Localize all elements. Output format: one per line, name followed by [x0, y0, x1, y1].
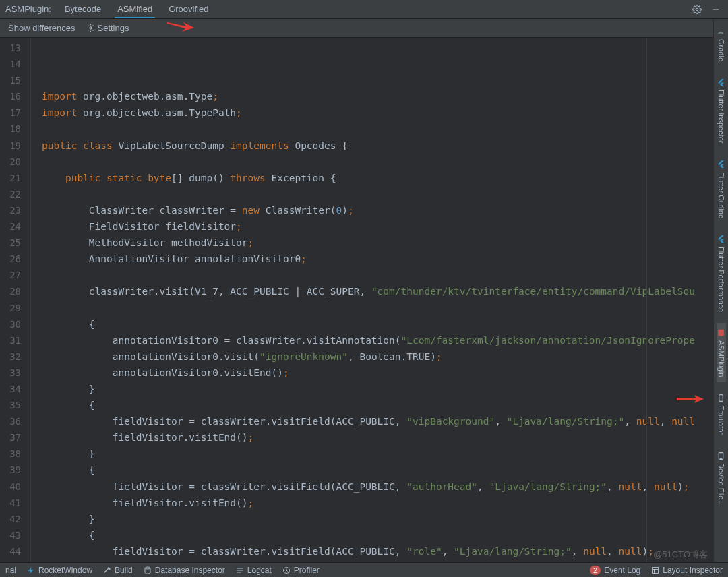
- code-line[interactable]: }: [42, 381, 728, 397]
- code-line[interactable]: {: [42, 397, 728, 413]
- code-content[interactable]: import org.objectweb.asm.Type;import org…: [31, 38, 728, 562]
- line-number: 37: [0, 429, 30, 446]
- code-line[interactable]: import org.objectweb.asm.Type;: [42, 88, 728, 104]
- line-number: 32: [0, 348, 30, 365]
- code-line[interactable]: annotationVisitor0.visit("ignoreUnknown"…: [42, 348, 728, 365]
- emulator-icon: [717, 393, 726, 402]
- right-margin-line: [646, 38, 647, 562]
- tab-bytecode[interactable]: Bytecode: [57, 0, 109, 18]
- line-number: 13: [0, 40, 30, 56]
- line-number-gutter: 1314151617181920212223242526272829303132…: [0, 38, 31, 562]
- code-editor[interactable]: 1314151617181920212223242526272829303132…: [0, 38, 728, 562]
- line-number: 42: [0, 511, 30, 527]
- code-line[interactable]: annotationVisitor0 = classWriter.visitAn…: [42, 332, 728, 348]
- svg-rect-12: [653, 567, 659, 573]
- svg-point-2: [89, 27, 91, 29]
- code-line[interactable]: annotationVisitor0.visitEnd();: [42, 365, 728, 381]
- code-line[interactable]: }: [42, 511, 728, 527]
- code-line[interactable]: import org.objectweb.asm.TypePath;: [42, 104, 728, 121]
- code-line[interactable]: public class VipLabelSourceDump implemen…: [42, 138, 728, 154]
- code-line[interactable]: fieldVisitor.visitEnd();: [42, 429, 728, 446]
- event-log-badge: 2: [590, 566, 601, 575]
- settings-button[interactable]: Settings: [86, 23, 129, 33]
- code-line[interactable]: [42, 267, 728, 283]
- line-number: 20: [0, 154, 30, 170]
- status-logcat[interactable]: Logcat: [236, 566, 272, 575]
- hammer-icon: [103, 566, 111, 574]
- line-number: 44: [0, 543, 30, 559]
- line-number: 43: [0, 527, 30, 543]
- line-number: 15: [0, 72, 30, 88]
- code-line[interactable]: {: [42, 316, 728, 332]
- line-number: 33: [0, 365, 30, 381]
- gradle-icon: [717, 27, 726, 36]
- right-tab-flutter-performance[interactable]: Flutter Performance: [717, 229, 726, 317]
- status-bar: nal RocketWindow Build Database Inspecto…: [0, 562, 728, 577]
- line-number: 17: [0, 104, 30, 121]
- status-rocket-window[interactable]: RocketWindow: [27, 566, 92, 575]
- right-tool-bar: Gradle Flutter Inspector Flutter Outline…: [713, 19, 728, 562]
- line-number: 21: [0, 170, 30, 186]
- right-tab-emulator[interactable]: Emulator: [717, 388, 726, 440]
- status-build[interactable]: Build: [103, 566, 133, 575]
- right-tab-flutter-inspector[interactable]: Flutter Inspector: [717, 72, 726, 148]
- code-line[interactable]: [42, 186, 728, 202]
- code-line[interactable]: [42, 300, 728, 316]
- line-number: 24: [0, 218, 30, 235]
- line-number: 27: [0, 267, 30, 283]
- code-line[interactable]: [42, 121, 728, 137]
- code-line[interactable]: MethodVisitor methodVisitor;: [42, 235, 728, 251]
- code-line[interactable]: fieldVisitor = classWriter.visitField(AC…: [42, 543, 728, 559]
- profiler-icon: [282, 566, 291, 574]
- status-profiler[interactable]: Profiler: [282, 566, 320, 575]
- right-tab-gradle[interactable]: Gradle: [717, 22, 726, 67]
- code-line[interactable]: {: [42, 462, 728, 478]
- status-layout-inspector[interactable]: Layout Inspector: [651, 566, 723, 575]
- line-number: 19: [0, 138, 30, 154]
- right-tab-asmplugin[interactable]: ASMPlugin: [717, 323, 726, 382]
- line-number: 34: [0, 381, 30, 397]
- flutter-icon: [717, 160, 726, 169]
- right-tab-flutter-outline[interactable]: Flutter Outline: [717, 154, 726, 224]
- line-number: 38: [0, 446, 30, 462]
- right-tab-device-file[interactable]: Device File…: [717, 446, 726, 512]
- asm-plugin-title: ASMPlugin:: [3, 4, 57, 14]
- minimize-icon[interactable]: [710, 4, 721, 15]
- svg-point-7: [145, 567, 150, 569]
- status-event-log[interactable]: 2 Event Log: [590, 566, 640, 575]
- code-line[interactable]: ClassWriter classWriter = new ClassWrite…: [42, 202, 728, 218]
- code-line[interactable]: public static byte[] dump() throws Excep…: [42, 170, 728, 186]
- gear-icon[interactable]: [692, 4, 702, 15]
- line-number: 28: [0, 283, 30, 299]
- code-line[interactable]: [42, 154, 728, 170]
- status-database-inspector[interactable]: Database Inspector: [144, 566, 225, 575]
- database-icon: [144, 566, 152, 574]
- svg-rect-3: [718, 330, 724, 336]
- code-line[interactable]: fieldVisitor.visitEnd();: [42, 495, 728, 511]
- line-number: 36: [0, 413, 30, 429]
- line-number: 26: [0, 251, 30, 267]
- line-number: 16: [0, 88, 30, 104]
- code-line[interactable]: }: [42, 446, 728, 462]
- svg-point-0: [696, 8, 698, 11]
- flutter-icon: [717, 235, 726, 244]
- line-number: 31: [0, 332, 30, 348]
- code-line[interactable]: classWriter.visit(V1_7, ACC_PUBLIC | ACC…: [42, 283, 728, 299]
- code-line[interactable]: FieldVisitor fieldVisitor;: [42, 218, 728, 235]
- status-terminal[interactable]: nal: [5, 566, 16, 575]
- layout-icon: [651, 566, 659, 574]
- show-differences-button[interactable]: Show differences: [8, 23, 75, 33]
- line-number: 30: [0, 316, 30, 332]
- line-number: 29: [0, 300, 30, 316]
- tab-asmified[interactable]: ASMified: [109, 0, 160, 18]
- code-line[interactable]: fieldVisitor = classWriter.visitField(AC…: [42, 479, 728, 495]
- code-line[interactable]: AnnotationVisitor annotationVisitor0;: [42, 251, 728, 267]
- line-number: 25: [0, 235, 30, 251]
- flutter-icon: [717, 78, 726, 87]
- device-file-icon: [717, 451, 726, 460]
- line-number: 23: [0, 202, 30, 218]
- line-number: 41: [0, 495, 30, 511]
- code-line[interactable]: {: [42, 527, 728, 543]
- tab-groovified[interactable]: Groovified: [160, 0, 216, 18]
- code-line[interactable]: fieldVisitor = classWriter.visitField(AC…: [42, 413, 728, 429]
